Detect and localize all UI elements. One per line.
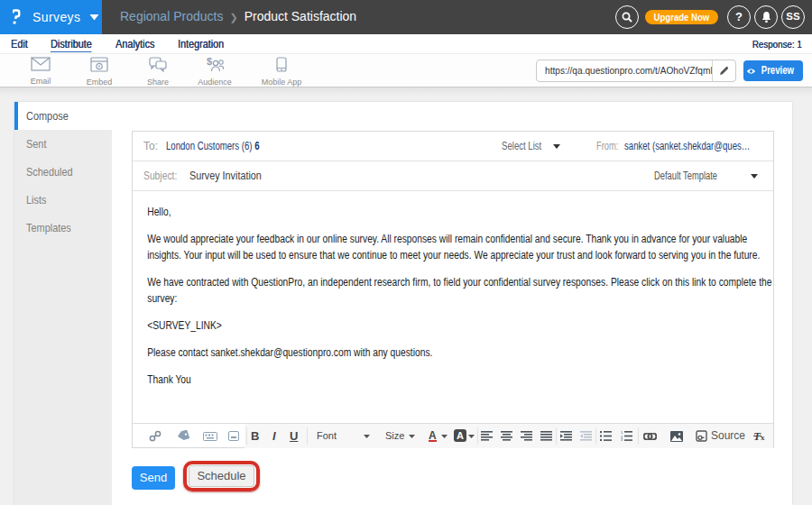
svg-text:$: $ (207, 57, 212, 67)
svg-text:3: 3 (621, 437, 623, 441)
